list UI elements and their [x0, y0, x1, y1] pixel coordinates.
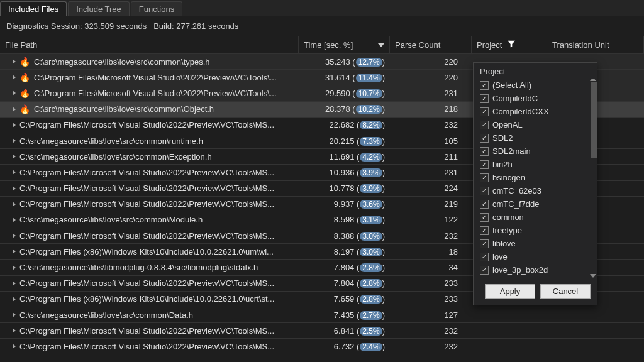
expand-icon[interactable] — [13, 202, 16, 207]
expand-icon[interactable] — [13, 123, 16, 128]
checkbox-icon[interactable] — [480, 94, 489, 103]
expand-icon[interactable] — [13, 90, 16, 96]
parse-count-cell: 18 — [390, 247, 472, 256]
filter-item[interactable]: bsincgen — [480, 171, 593, 184]
parse-count-cell: 224 — [390, 184, 472, 193]
file-path-text: C:\Program Files (x86)\Windows Kits\10\I… — [19, 247, 274, 256]
parse-count-cell: 232 — [390, 342, 472, 351]
checkbox-icon[interactable] — [480, 160, 489, 169]
filter-item-label: love — [492, 252, 508, 261]
pct-badge: 3.9% — [360, 168, 382, 177]
filter-item-label: SDL2 — [492, 133, 513, 143]
filter-item[interactable]: liblove — [480, 237, 593, 250]
file-path-text: C:\src\megasource\libs\love\src\common\E… — [19, 152, 212, 162]
checkbox-icon[interactable] — [480, 81, 489, 90]
session-label: Diagnostics Session: — [6, 21, 82, 31]
col-project-label: Project — [477, 40, 502, 50]
tab-included-files[interactable]: Included Files — [0, 1, 67, 16]
filter-list: (Select All)CompilerIdCCompilerIdCXXOpen… — [474, 79, 597, 279]
expand-icon[interactable] — [13, 154, 16, 159]
file-path-text: C:\src\megasource\libs\love\src\common\M… — [19, 215, 203, 224]
expand-icon[interactable] — [13, 170, 16, 175]
expand-icon[interactable] — [13, 186, 16, 191]
expand-icon[interactable] — [13, 328, 16, 333]
table-row[interactable]: C:\src\megasource\libs\love\src\common\D… — [0, 307, 644, 322]
filter-item[interactable]: cmTC_f7dde — [480, 197, 593, 211]
filter-item-label: cmTC_f7dde — [492, 199, 539, 209]
time-cell: 8.388 (3.0%) — [299, 231, 390, 241]
filter-item[interactable]: cmTC_62e03 — [480, 184, 593, 197]
col-time[interactable]: Time [sec, %] — [299, 36, 390, 53]
filter-item[interactable]: love_3p_box2d — [480, 263, 593, 277]
filter-item[interactable]: common — [480, 211, 593, 224]
filter-item[interactable]: SDL2 — [480, 131, 593, 145]
file-path-text: C:\Program Files\Microsoft Visual Studio… — [19, 342, 274, 351]
pct-badge: 3.6% — [360, 200, 382, 209]
expand-icon[interactable] — [13, 59, 16, 64]
filter-item[interactable]: bin2h — [480, 158, 593, 171]
checkbox-icon[interactable] — [480, 213, 489, 222]
tab-include-tree[interactable]: Include Tree — [68, 1, 130, 16]
cancel-button[interactable]: Cancel — [540, 284, 591, 299]
checkbox-icon[interactable] — [480, 107, 489, 116]
expand-icon[interactable] — [13, 344, 16, 349]
tab-functions[interactable]: Functions — [131, 1, 182, 16]
expand-icon[interactable] — [13, 107, 16, 112]
checkbox-icon[interactable] — [480, 187, 489, 195]
scroll-down-icon[interactable] — [590, 274, 596, 278]
expand-icon[interactable] — [13, 75, 16, 80]
filter-item[interactable]: CompilerIdCXX — [480, 105, 593, 118]
parse-count-cell: 211 — [390, 152, 472, 162]
hot-icon: 🔥 — [19, 105, 30, 114]
expand-icon[interactable] — [13, 217, 16, 222]
col-time-label: Time [sec, %] — [304, 40, 353, 50]
pct-badge: 7.3% — [360, 137, 382, 146]
file-path-text: C:\Program Files (x86)\Windows Kits\10\I… — [19, 294, 274, 304]
time-cell: 10.936 (3.9%) — [299, 168, 390, 177]
expand-icon[interactable] — [13, 233, 16, 238]
filter-item[interactable]: CompilerIdC — [480, 92, 593, 105]
col-project[interactable]: Project — [472, 36, 547, 53]
parse-count-cell: 231 — [390, 89, 472, 98]
scrollbar-thumb[interactable] — [591, 82, 597, 158]
checkbox-icon[interactable] — [480, 226, 489, 235]
checkbox-icon[interactable] — [480, 266, 489, 275]
pct-badge: 4.2% — [360, 153, 382, 162]
expand-icon[interactable] — [13, 249, 16, 254]
filter-item[interactable]: love — [480, 250, 593, 263]
scroll-up-icon[interactable] — [590, 79, 596, 81]
expand-icon[interactable] — [13, 281, 16, 286]
table-row[interactable]: C:\Program Files\Microsoft Visual Studio… — [0, 338, 644, 354]
col-file-path[interactable]: File Path — [0, 36, 299, 53]
filter-item[interactable]: OpenAL — [480, 118, 593, 131]
checkbox-icon[interactable] — [480, 200, 489, 209]
pct-badge: 2.8% — [360, 263, 382, 272]
col-translation-unit[interactable]: Translation Unit — [547, 36, 643, 53]
file-path-text: C:\src\megasource\libs\libmodplug-0.8.8.… — [19, 263, 258, 272]
expand-icon[interactable] — [13, 138, 16, 143]
pct-badge: 2.8% — [360, 279, 382, 288]
filter-icon[interactable] — [507, 40, 516, 50]
filter-item[interactable]: freetype — [480, 224, 593, 237]
expand-icon[interactable] — [13, 297, 16, 302]
filter-popup: Project (Select All)CompilerIdCCompilerI… — [473, 62, 597, 305]
pct-badge: 3.9% — [360, 184, 382, 193]
filter-item[interactable]: SDL2main — [480, 145, 593, 158]
pct-badge: 2.4% — [360, 343, 382, 351]
file-path-text: C:\src\megasource\libs\love\src\common\r… — [19, 136, 203, 146]
build-label: Build: — [153, 21, 174, 31]
checkbox-icon[interactable] — [480, 239, 489, 248]
checkbox-icon[interactable] — [480, 253, 489, 261]
col-parse-count[interactable]: Parse Count — [390, 36, 472, 53]
table-row[interactable]: C:\Program Files\Microsoft Visual Studio… — [0, 322, 644, 338]
checkbox-icon[interactable] — [480, 121, 489, 129]
filter-item[interactable]: (Select All) — [480, 79, 593, 92]
file-path-text: C:\Program Files\Microsoft Visual Studio… — [19, 231, 274, 241]
apply-button[interactable]: Apply — [485, 284, 535, 299]
parse-count-cell: 34 — [390, 263, 472, 272]
checkbox-icon[interactable] — [480, 134, 489, 143]
expand-icon[interactable] — [13, 312, 16, 317]
checkbox-icon[interactable] — [480, 147, 489, 156]
checkbox-icon[interactable] — [480, 173, 489, 182]
expand-icon[interactable] — [13, 265, 16, 270]
